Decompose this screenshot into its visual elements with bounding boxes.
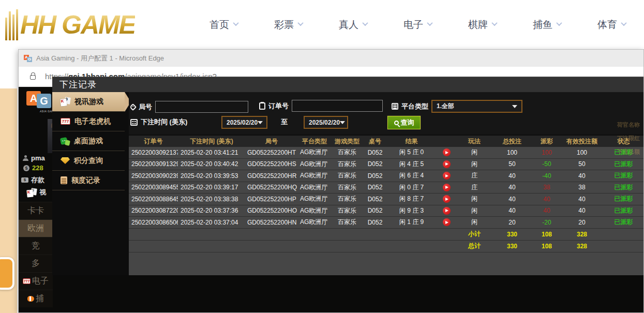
cell: 2025-02-20 03:37:04 [178,219,245,226]
search-button[interactable]: 查询 [387,116,421,129]
chevron-down-icon [297,20,303,25]
column-header: 下注时间 (美东) [178,137,245,146]
subtotal-row: 小计330108328 [129,229,643,241]
hall-menu-item-电子[interactable]: 777电子 [19,272,53,290]
sidebar-item-电子老虎机[interactable]: 777电子老虎机 [52,112,125,131]
column-header: 玩法 [457,137,492,146]
sidebar-item-视讯游戏[interactable]: 视讯游戏 [52,92,125,112]
cell: 总计 [457,242,492,250]
deposit-button[interactable]: $ 存款 [21,175,44,185]
table-games-icon [61,137,70,145]
dealer-info-label: 荷官名称 [617,118,640,131]
order-input[interactable] [292,100,383,112]
player-balance: 228 [32,164,43,172]
nav-item-真人[interactable]: 真人 [339,18,367,32]
cell: 38 [532,184,561,191]
cell: AG欧洲厅 [298,218,331,227]
cell: 20 [561,219,603,226]
cell: 40 [492,172,532,180]
date-from-select[interactable]: 2025/02/20 [221,116,267,129]
nav-item-首页[interactable]: 首页 [209,18,238,32]
platform-select[interactable]: 1.全部 [431,100,522,113]
asia-gaming-favicon: AG [24,54,32,63]
hall-menu-item-捕[interactable]: 捕 [19,290,53,307]
sidebar-item-桌面游戏[interactable]: 桌面游戏 [52,131,125,151]
list-icon [392,103,398,110]
video-games-shortcut[interactable]: 视 [27,188,46,197]
cell: 250220030913290 [129,160,178,168]
caret-down-icon [340,121,345,124]
cell: 40 [561,207,603,214]
sidebar-item-label: 积分查询 [74,156,103,166]
hall-menu-item-多[interactable]: 多 [19,255,53,272]
round-input[interactable] [155,101,248,113]
cell: 2025-02-20 03:39:17 [178,184,245,191]
nav-item-彩票[interactable]: 彩票 [274,18,303,32]
cell: D052 [363,172,387,180]
page-background-strip [0,49,18,91]
nav-item-体育[interactable]: 体育 [597,18,626,32]
nav-item-棋牌[interactable]: 棋牌 [468,18,497,32]
cell: 328 [561,243,603,250]
hall-menu-label: 欧洲 [27,223,44,234]
play-video-icon[interactable] [443,207,451,215]
nav-item-label: 捕鱼 [533,18,552,32]
cell: 100 [532,149,561,156]
order-filter: 订单号 [259,100,383,112]
sidebar-item-额度记录[interactable]: 额度记录 [52,171,125,190]
cell: 2025-02-20 03:40:42 [178,160,245,168]
player-balance-row: $ 228 [23,164,43,172]
hall-menu-item-卡卡[interactable]: 卡卡 [19,202,53,219]
site-logo-text: HH GAME [20,10,135,40]
deposit-icon: $ [21,177,28,183]
cell: D052 [363,184,387,191]
nav-item-捕鱼[interactable]: 捕鱼 [533,18,561,32]
play-video-icon[interactable] [443,160,451,168]
sidebar-item-label: 视讯游戏 [74,97,103,107]
cell: 2025-02-20 03:41:21 [178,149,245,156]
lock-icon[interactable] [30,75,36,80]
cell: D052 [363,207,387,214]
play-video-icon[interactable] [443,172,451,180]
table-row: 2502200309213762025-02-20 03:41:21GD0522… [129,147,643,159]
cell: 108 [532,243,561,250]
site-logo[interactable]: HH GAME [5,6,176,43]
play-video-icon[interactable] [443,148,451,156]
cell: AG欧洲厅 [298,206,331,215]
cell: 2025-02-20 03:37:36 [178,207,245,214]
sidebar-item-label: 桌面游戏 [74,137,103,146]
table-header-row: 订单号下注时间 (美东)局号平台类型游戏类型桌号结果玩法总投注派彩有效投注额状态 [129,136,643,147]
cell: 闲 0 庄 7 [387,183,436,192]
cell: AG欧洲厅 [298,183,331,192]
cell: 百家乐 [331,183,363,192]
dealer-info-faint: 荷官名称下注限红下注总额 [617,118,640,158]
play-video-icon[interactable] [443,184,451,191]
nav-item-label: 首页 [209,18,229,32]
cell: 百家乐 [331,218,363,227]
date-range-to: 至 [281,117,288,127]
cell: AG欧洲厅 [298,171,331,180]
floating-widget-button[interactable] [0,257,14,290]
total-row: 总计330108328 [129,241,643,252]
cell: 闲 [457,148,492,157]
sidebar-item-积分查询[interactable]: 积分查询 [52,151,125,171]
nav-item-电子[interactable]: 电子 [403,18,432,32]
nav-item-label: 电子 [403,18,423,32]
hall-menu-item-欧洲[interactable]: 欧洲 [19,219,53,237]
hall-menu-item-竞[interactable]: 竞 [19,237,53,255]
cell: 已派彩 [603,183,643,192]
column-header: 游戏类型 [331,137,363,146]
play-video-icon[interactable] [443,218,451,226]
slots-icon: 777 [61,118,70,125]
filter-area: 局号 订单号 平台类型 1.全部 [129,92,643,135]
cell: 40 [532,196,561,203]
date-to-select[interactable]: 2025/02/20 [304,116,348,129]
cell: 已派彩 [603,195,643,203]
column-header: 有效投注额 [561,137,603,146]
sidebar-item-label: 额度记录 [71,176,100,185]
table-row: 2502200308650642025-02-20 03:37:04GD0522… [129,217,643,229]
cell: AG欧洲厅 [298,160,331,169]
play-video-icon[interactable] [443,195,451,203]
cell: 闲 5 庄 0 [387,148,436,157]
cell: 闲 [457,195,492,203]
